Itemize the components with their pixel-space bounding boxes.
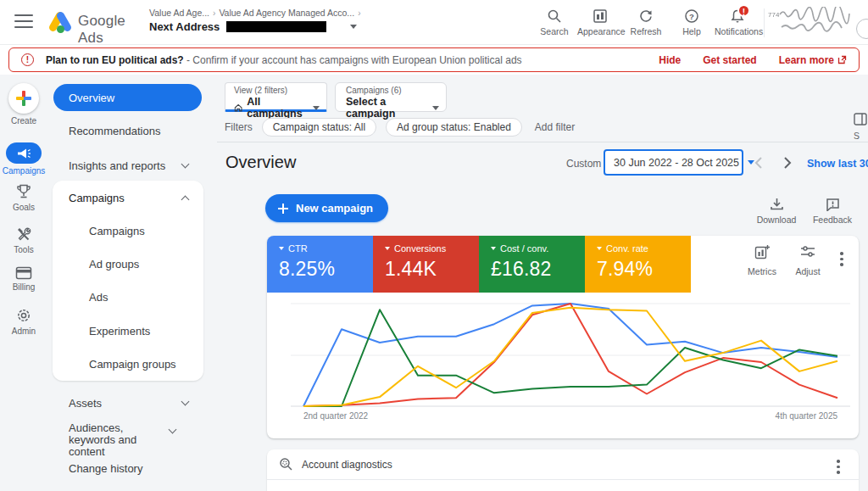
sidenav-item-campaigns[interactable]: Campaigns <box>53 222 202 239</box>
alert-zone: ! Plan to run EU political ads? - Confir… <box>0 45 868 75</box>
sidenav-group-campaigns[interactable]: Campaigns <box>53 189 202 206</box>
chevron-down-icon <box>181 398 190 406</box>
redacted-account-id <box>226 21 326 32</box>
feedback-icon <box>826 198 840 211</box>
billing-card-icon <box>15 266 32 280</box>
show-last-30-days-link[interactable]: Show last 30 da <box>807 158 868 170</box>
appearance-button[interactable]: Appearance <box>577 8 623 36</box>
rail-item-tools[interactable]: Tools <box>0 226 47 254</box>
notifications-badge: ! <box>737 4 750 17</box>
account-info-scribble: 774 <box>768 7 860 36</box>
chevron-up-icon <box>181 195 190 204</box>
date-range-picker[interactable]: 30 Jun 2022 - 28 Oct 2025 <box>604 149 743 176</box>
previous-period-button[interactable] <box>751 154 768 171</box>
google-ads-logo-icon <box>47 10 73 34</box>
download-icon <box>770 198 784 211</box>
overview-chart-card: CTR 8.25% Conversions 1.44K Cost / conv.… <box>267 236 859 438</box>
tools-icon <box>15 226 32 243</box>
rail-item-create[interactable]: Create <box>0 83 47 126</box>
account-diagnostics-card: Account diagnostics <box>267 449 859 491</box>
sidenav-item-recommendations[interactable]: Recommendations <box>53 122 202 139</box>
help-button[interactable]: ? Help <box>669 8 715 36</box>
sidenav-item-assets[interactable]: Assets <box>53 394 202 411</box>
topbar-divider <box>764 8 765 37</box>
search-button[interactable]: Search <box>531 8 577 36</box>
chevron-down-icon <box>181 160 190 169</box>
svg-text:774: 774 <box>768 11 780 19</box>
product-name: Google Ads <box>78 13 141 47</box>
breadcrumb-level2[interactable]: Value Ad Agency Managed Acco... <box>219 8 354 18</box>
refresh-icon <box>638 8 654 24</box>
scorecard-0[interactable]: CTR 8.25% <box>267 236 373 293</box>
alert-get-started-button[interactable]: Get started <box>703 54 756 66</box>
external-link-icon <box>837 55 847 64</box>
date-mode-label: Custom <box>566 158 601 170</box>
sidenav-item-experiments[interactable]: Experiments <box>53 322 202 339</box>
breadcrumb-level1[interactable]: Value Ad Age... <box>149 8 209 18</box>
adjust-sliders-icon <box>800 244 815 259</box>
metric-caret-icon <box>597 247 602 250</box>
series-line-cost-conv- <box>303 310 837 406</box>
scorecard-2[interactable]: Cost / conv. £16.82 <box>479 236 585 293</box>
sidenav-item-insights-and-reports[interactable]: Insights and reports <box>53 157 202 174</box>
rail-item-admin[interactable]: Admin <box>0 307 47 336</box>
sidenav-item-audiences-keywords-content[interactable]: Audiences, keywords and content <box>53 422 189 458</box>
metrics-button[interactable]: Metrics <box>740 244 784 276</box>
navigation-rail: Create Campaigns Goals Tools Billing Adm… <box>0 75 47 491</box>
svg-text:?: ? <box>689 12 694 21</box>
help-icon: ? <box>684 8 699 24</box>
account-switcher-caret-icon[interactable] <box>350 25 357 29</box>
scorecard-3[interactable]: Conv. rate 7.94% <box>585 236 691 293</box>
alert-message: Confirm if your account has campaigns wi… <box>192 54 521 66</box>
notifications-button[interactable]: ! Notifications <box>715 8 760 36</box>
performance-trend-chart: 2nd quarter 2022 4th quarter 2025 <box>267 293 859 438</box>
sidenav-item-change-history[interactable]: Change history <box>53 460 202 477</box>
account-name[interactable]: Next Address <box>149 20 220 33</box>
alert-hide-button[interactable]: Hide <box>659 54 681 66</box>
content-divider <box>217 142 868 142</box>
adjust-button[interactable]: Adjust <box>786 244 830 276</box>
plus-icon <box>277 203 289 215</box>
admin-gear-icon <box>15 307 32 324</box>
filter-chip-campaign-status[interactable]: Campaign status: All <box>262 118 376 137</box>
add-filter-button[interactable]: Add filter <box>535 121 575 133</box>
series-line-conv-rate <box>303 308 837 406</box>
top-app-bar: Google Ads Value Ad Age...›Value Ad Agen… <box>0 0 868 45</box>
campaigns-megaphone-icon <box>17 148 31 159</box>
sidenav-item-ad-groups[interactable]: Ad groups <box>53 255 202 272</box>
diagnostics-icon <box>279 457 293 471</box>
sidenav-item-campaign-groups[interactable]: Campaign groups <box>53 355 202 372</box>
breadcrumb: Value Ad Age...›Value Ad Agency Managed … <box>149 8 364 33</box>
x-axis-end-label: 4th quarter 2025 <box>776 411 838 421</box>
scorecard-1[interactable]: Conversions 1.44K <box>373 236 479 293</box>
filters-row: Filters Campaign status: All Ad group st… <box>225 118 575 137</box>
next-period-button[interactable] <box>778 154 795 171</box>
account-info[interactable]: 774 <box>768 7 868 39</box>
view-dropdown[interactable]: View (2 filters) All campaigns <box>225 82 327 112</box>
scorecard-strip: CTR 8.25% Conversions 1.44K Cost / conv.… <box>267 236 859 293</box>
rail-item-campaigns[interactable]: Campaigns <box>0 142 47 176</box>
alert-learn-more-link[interactable]: Learn more <box>779 54 847 66</box>
sidenav-item-overview[interactable]: Overview <box>53 84 202 111</box>
goals-trophy-icon <box>15 183 32 200</box>
chart-card-menu-button[interactable] <box>832 244 852 269</box>
menu-icon[interactable] <box>14 14 33 28</box>
panel-icon <box>854 113 867 126</box>
avatar[interactable] <box>856 19 868 39</box>
rail-item-goals[interactable]: Goals <box>0 183 47 212</box>
alert-warning-icon: ! <box>21 53 34 66</box>
refresh-button[interactable]: Refresh <box>623 8 669 36</box>
download-button[interactable]: Download <box>754 198 799 225</box>
edge-panel-button[interactable]: S <box>854 113 868 141</box>
filter-chip-ad-group-status[interactable]: Ad group status: Enabled <box>386 118 522 137</box>
rail-item-billing[interactable]: Billing <box>0 266 47 292</box>
campaigns-nav-card: Campaigns Campaigns Ad groups Ads Experi… <box>53 181 203 381</box>
metric-caret-icon <box>385 247 390 250</box>
trend-line-chart: 2nd quarter 2022 4th quarter 2025 <box>267 293 859 438</box>
new-campaign-button[interactable]: New campaign <box>265 194 388 222</box>
create-plus-icon <box>15 90 32 107</box>
diagnostics-menu-button[interactable] <box>828 452 849 477</box>
campaign-select-dropdown[interactable]: Campaigns (6) Select a campaign <box>335 82 447 112</box>
feedback-button[interactable]: Feedback <box>810 198 855 225</box>
sidenav-item-ads[interactable]: Ads <box>53 288 202 305</box>
